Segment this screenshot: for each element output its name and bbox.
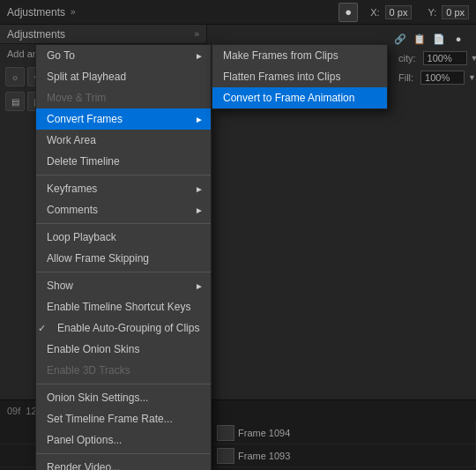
menu-item-go-to[interactable]: Go To ►: [36, 45, 211, 66]
menu-item-split-at-playhead[interactable]: Split at Playhead: [36, 66, 211, 87]
loop-playback-label: Loop Playback: [47, 231, 116, 243]
top-bar-icon-button[interactable]: ●: [338, 3, 358, 22]
top-bar-title: Adjustments: [7, 6, 65, 19]
menu-item-set-timeline-frame-rate[interactable]: Set Timeline Frame Rate...: [36, 408, 211, 429]
separator-3: [36, 272, 211, 272]
allow-frame-skipping-label: Allow Frame Skipping: [47, 252, 149, 265]
separator-4: [36, 384, 211, 384]
menu-item-delete-timeline[interactable]: Delete Timeline: [36, 151, 211, 172]
show-arrow: ►: [195, 281, 204, 291]
split-at-playhead-label: Split at Playhead: [47, 71, 126, 83]
menu-item-loop-playback[interactable]: Loop Playback: [36, 227, 211, 248]
enable-3d-tracks-label: Enable 3D Tracks: [47, 364, 130, 377]
menu-item-move-trim: Move & Trim: [36, 87, 211, 108]
go-to-label: Go To: [47, 49, 75, 62]
convert-frames-label: Convert Frames: [47, 113, 123, 125]
enable-auto-grouping-label: Enable Auto-Grouping of Clips: [47, 322, 199, 334]
y-label: Y:: [428, 7, 436, 18]
menu-item-keyframes[interactable]: Keyframes ►: [36, 178, 211, 199]
render-video-label: Render Video...: [47, 461, 120, 470]
menu-item-enable-auto-grouping[interactable]: ✓ Enable Auto-Grouping of Clips: [36, 317, 211, 339]
comments-label: Comments: [47, 204, 98, 216]
x-value: 0 px: [385, 5, 413, 19]
panel-options-label: Panel Options...: [47, 434, 122, 446]
menu-item-enable-timeline-shortcut-keys[interactable]: Enable Timeline Shortcut Keys: [36, 296, 211, 317]
convert-to-frame-animation-label: Convert to Frame Animation: [223, 92, 354, 104]
enable-timeline-shortcut-keys-label: Enable Timeline Shortcut Keys: [47, 301, 190, 313]
flatten-frames-into-clips-label: Flatten Frames into Clips: [223, 71, 340, 83]
menu-item-comments[interactable]: Comments ►: [36, 199, 211, 220]
menu-item-convert-frames[interactable]: Convert Frames ►: [36, 108, 211, 130]
submenu-item-convert-to-frame-animation[interactable]: Convert to Frame Animation: [212, 87, 387, 108]
work-area-label: Work Area: [47, 134, 96, 146]
delete-timeline-label: Delete Timeline: [47, 155, 120, 168]
go-to-arrow: ►: [195, 51, 204, 61]
separator-1: [36, 175, 211, 175]
x-label: X:: [370, 7, 379, 18]
menu-item-show[interactable]: Show ►: [36, 275, 211, 296]
check-icon: ✓: [36, 323, 47, 334]
circle-icon: ●: [345, 5, 352, 19]
submenu-item-make-frames-from-clips[interactable]: Make Frames from Clips: [212, 45, 387, 66]
y-value: 0 px: [442, 5, 469, 19]
move-trim-label: Move & Trim: [47, 92, 106, 104]
separator-5: [36, 453, 211, 454]
submenu-item-flatten-frames-into-clips[interactable]: Flatten Frames into Clips: [212, 66, 387, 87]
menu-item-work-area[interactable]: Work Area: [36, 130, 211, 151]
top-bar-arrows: »: [71, 7, 76, 17]
comments-arrow: ►: [195, 205, 204, 215]
menu-item-enable-onion-skins[interactable]: Enable Onion Skins: [36, 339, 211, 360]
menu-item-enable-3d-tracks: Enable 3D Tracks: [36, 360, 211, 381]
menu-item-panel-options[interactable]: Panel Options...: [36, 429, 211, 451]
convert-frames-arrow: ►: [195, 115, 204, 124]
keyframes-arrow: ►: [195, 184, 204, 194]
set-timeline-frame-rate-label: Set Timeline Frame Rate...: [47, 413, 173, 425]
show-label: Show: [47, 280, 73, 292]
keyframes-label: Keyframes: [47, 183, 97, 195]
menu-item-render-video[interactable]: Render Video...: [36, 457, 211, 470]
menu-item-onion-skin-settings[interactable]: Onion Skin Settings...: [36, 387, 211, 408]
menu-item-allow-frame-skipping[interactable]: Allow Frame Skipping: [36, 248, 211, 269]
context-menu: Go To ► Split at Playhead Move & Trim Co…: [35, 44, 212, 470]
convert-frames-submenu: Make Frames from Clips Flatten Frames in…: [212, 44, 388, 109]
enable-onion-skins-label: Enable Onion Skins: [47, 343, 139, 355]
onion-skin-settings-label: Onion Skin Settings...: [47, 392, 148, 404]
separator-2: [36, 223, 211, 224]
make-frames-from-clips-label: Make Frames from Clips: [223, 49, 338, 62]
top-bar: Adjustments » ● X: 0 px Y: 0 px: [0, 0, 476, 25]
